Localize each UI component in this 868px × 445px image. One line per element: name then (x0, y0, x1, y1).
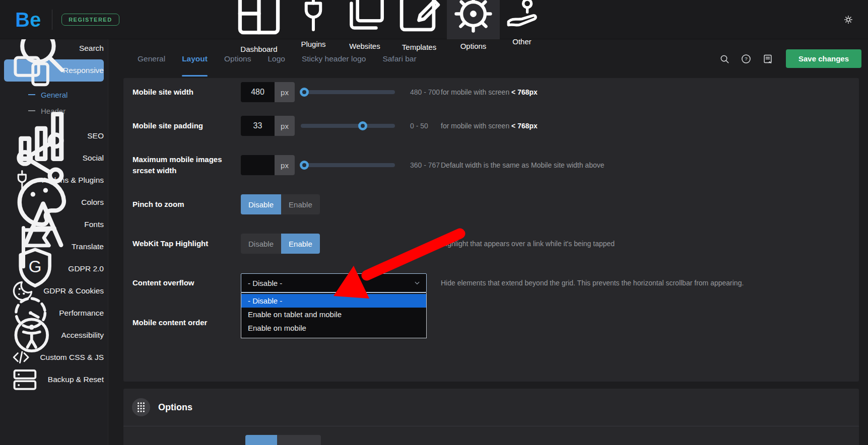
nav-item-dashboard[interactable]: Dashboard (229, 0, 289, 39)
srcset-width-input[interactable] (241, 155, 275, 175)
save-changes-button[interactable]: Save changes (786, 49, 861, 68)
sidebar-item-social[interactable]: Social (4, 147, 104, 169)
options-section-title: Options (158, 402, 192, 413)
webkit-tap-toggle: Disable Enable (241, 234, 320, 254)
pinch-to-zoom-toggle: Disable Enable (241, 194, 320, 214)
question-circle-icon: ? (741, 53, 752, 64)
content-overflow-select[interactable]: - Disable - (241, 273, 427, 292)
setting-label: Pinch to zoom (132, 199, 241, 210)
mobile-site-width-slider[interactable] (301, 90, 395, 94)
sidebar-item-label: Social (83, 154, 104, 163)
setting-description: for mobile with screen < 768px (441, 88, 538, 96)
nav-label: Templates (402, 43, 436, 51)
webkit-disable-option[interactable]: Disable (241, 234, 281, 254)
nav-item-other[interactable]: Other (500, 0, 544, 39)
setting-label: Mobile content order (132, 317, 241, 329)
options-section-header: Options (123, 389, 859, 426)
desc-bold: < 768px (511, 122, 538, 130)
sidebar-item-label: Performance (59, 309, 104, 318)
toggle-inactive-segment[interactable] (277, 435, 321, 445)
sidebar-item-label: Accessibility (61, 331, 104, 340)
slider-knob[interactable] (300, 161, 309, 170)
templates-icon (393, 0, 445, 39)
grid-dots-icon (132, 398, 150, 416)
setting-label: Maximum mobile images srcset width (132, 154, 241, 177)
websites-icon (340, 0, 389, 38)
mobile-site-padding-input[interactable] (241, 116, 275, 136)
unit-suffix: px (275, 155, 295, 175)
row-content-overflow: Content overflow - Disable - Hide elemen… (123, 263, 859, 303)
sidebar-item-label: Translate (72, 242, 104, 251)
setting-description: for mobile with screen < 768px (441, 122, 538, 130)
sidebar-item-label: Colors (81, 198, 104, 207)
nav-item-plugins[interactable]: Plugins (289, 0, 338, 39)
setting-label: Mobile site width (132, 87, 241, 98)
nav-item-websites[interactable]: Websites (338, 0, 391, 39)
srcset-width-slider[interactable] (301, 163, 395, 167)
sidebar-item-backup-reset[interactable]: Backup & Reset (4, 368, 104, 391)
drive-icon (10, 365, 40, 395)
tab-general[interactable]: General (138, 39, 165, 78)
nav-label: Websites (349, 42, 380, 50)
mobile-site-width-input[interactable] (241, 82, 275, 102)
pinch-enable-option[interactable]: Enable (281, 194, 320, 214)
registered-badge: REGISTERED (61, 14, 119, 26)
logo-divider (52, 10, 52, 30)
slider-knob[interactable] (300, 88, 309, 97)
gear-icon (449, 0, 498, 38)
content-overflow-dropdown: - Disable - Enable on tablet and mobile … (241, 292, 427, 338)
dropdown-option-disable[interactable]: - Disable - (241, 294, 426, 308)
search-button[interactable] (719, 53, 730, 64)
dash-icon (28, 94, 35, 95)
row-mobile-site-padding: Mobile site padding px 0 - 50 for mobile… (123, 106, 859, 145)
dropdown-option-mobile[interactable]: Enable on mobile (241, 321, 426, 335)
section-tabbar: General Layout Options Logo Sticky heade… (108, 39, 868, 78)
support-hand-icon (502, 0, 542, 34)
svg-text:?: ? (745, 56, 747, 61)
sidebar-item-label: Backup & Reset (48, 375, 104, 384)
top-nav: Dashboard Plugins Websites Templates Opt… (229, 0, 544, 39)
desc-text: for mobile with screen (441, 122, 511, 130)
sidebar-subitem-label: General (41, 91, 68, 99)
dropdown-option-tablet-mobile[interactable]: Enable on tablet and mobile (241, 308, 426, 321)
toggle-active-segment[interactable] (245, 435, 277, 445)
help-button[interactable]: ? (741, 53, 752, 64)
desc-text: Hide elements that extend beyond the gri… (441, 279, 744, 287)
webkit-enable-option[interactable]: Enable (281, 234, 320, 254)
tab-layout[interactable]: Layout (182, 39, 208, 78)
sidebar-item-label: SEO (87, 131, 104, 140)
options-section-panel: Options (123, 389, 859, 445)
desc-text: Default width is the same as Mobile site… (441, 161, 605, 169)
sidebar-item-responsive[interactable]: Responsive (4, 59, 104, 82)
select-value: - Disable - (248, 279, 282, 287)
layout-settings-panel: Mobile site width px 480 - 700 for mobil… (123, 78, 859, 382)
sidebar-item-label: GDPR 2.0 (68, 264, 104, 273)
mobile-site-padding-slider[interactable] (301, 124, 395, 128)
desc-text: Highlight that appears over a link while… (441, 240, 615, 248)
be-logo[interactable]: Be (15, 10, 41, 30)
sidebar-item-gdpr-2[interactable]: G GDPR 2.0 (4, 258, 104, 280)
drag-handle[interactable] (132, 398, 150, 416)
row-pinch-to-zoom: Pinch to zoom Disable Enable (123, 185, 859, 224)
nav-label: Other (512, 37, 531, 46)
tabbar-actions: ? Save changes (719, 39, 861, 78)
sun-icon (843, 14, 854, 25)
nav-item-options[interactable]: Options (447, 0, 500, 39)
changelog-button[interactable] (762, 53, 773, 64)
pinch-disable-option[interactable]: Disable (241, 194, 281, 214)
nav-label: Dashboard (240, 45, 277, 53)
sidebar-item-accessibility[interactable]: Accessibility (4, 324, 104, 346)
setting-description: Highlight that appears over a link while… (441, 240, 615, 248)
light-mode-toggle[interactable] (843, 14, 854, 25)
setting-description: Default width is the same as Mobile site… (441, 161, 605, 169)
svg-text:G: G (29, 257, 42, 276)
nav-label: Plugins (301, 40, 325, 48)
partial-toggle[interactable] (245, 435, 321, 445)
nav-item-templates[interactable]: Templates (391, 0, 447, 39)
range-hint: 0 - 50 (410, 122, 428, 130)
desc-text: for mobile with screen (441, 88, 511, 96)
unit-suffix: px (275, 116, 295, 136)
slider-knob[interactable] (358, 121, 367, 130)
responsive-devices-icon (10, 48, 55, 93)
sidebar-item-label: Responsive (63, 66, 104, 75)
